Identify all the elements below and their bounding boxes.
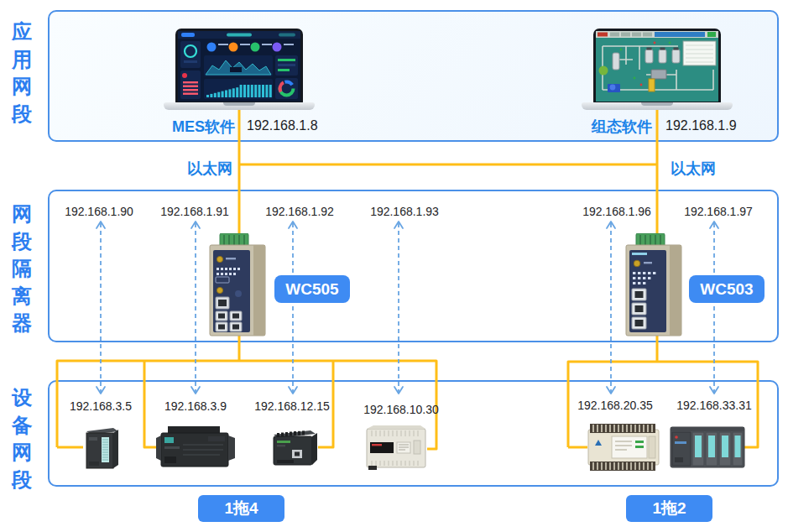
isolator-port-ip: 192.168.1.97	[684, 205, 753, 218]
plc-s7200-device	[156, 425, 235, 470]
ethernet-label-right: 以太网	[671, 159, 754, 179]
device-ip: 192.168.10.30	[363, 403, 439, 416]
scada-ip: 192.168.1.9	[665, 118, 737, 133]
mes-dashboard-screenshot	[178, 31, 300, 102]
device-segment-label: 设备网段	[11, 384, 33, 493]
isolator-port-ip: 192.168.1.93	[370, 205, 439, 218]
scada-screenshot	[596, 31, 718, 102]
plc-fx-device	[365, 424, 429, 471]
isolator-port-ip: 192.168.1.91	[160, 205, 229, 218]
ratio-badge-1-to-4: 1拖4	[198, 495, 284, 522]
scada-software-label: 组态软件	[560, 117, 652, 137]
plc-s7300-device	[81, 426, 120, 470]
ratio-badge-1-to-2: 1拖2	[626, 495, 712, 522]
isolator-port-ip: 192.168.1.90	[65, 205, 133, 218]
isolator-port-ip: 192.168.1.96	[582, 205, 651, 218]
plc-qseries-device	[669, 424, 746, 471]
network-topology-diagram: 应用网段 网段隔离器 设备网段	[0, 0, 788, 532]
application-segment-label: 应用网段	[11, 18, 33, 128]
device-ip: 192.168.3.9	[164, 399, 227, 413]
plc-delta-device	[587, 421, 662, 472]
wc505-model-badge: WC505	[274, 275, 350, 303]
ethernet-label-left: 以太网	[149, 159, 232, 179]
plc-compact-device	[267, 428, 319, 468]
wc503-gateway-device	[621, 233, 686, 337]
mes-ip: 192.168.1.8	[247, 118, 318, 133]
isolator-segment-label: 网段隔离器	[11, 201, 33, 337]
wc503-model-badge: WC503	[689, 275, 765, 303]
wc505-gateway-device	[205, 233, 270, 337]
isolator-port-ip: 192.168.1.92	[265, 205, 334, 218]
device-ip: 192.168.20.35	[577, 399, 653, 412]
device-ip: 192.168.33.31	[676, 399, 752, 412]
device-ip: 192.168.12.15	[254, 399, 330, 413]
mes-software-label: MES软件	[143, 117, 235, 137]
device-ip: 192.168.3.5	[70, 399, 132, 413]
